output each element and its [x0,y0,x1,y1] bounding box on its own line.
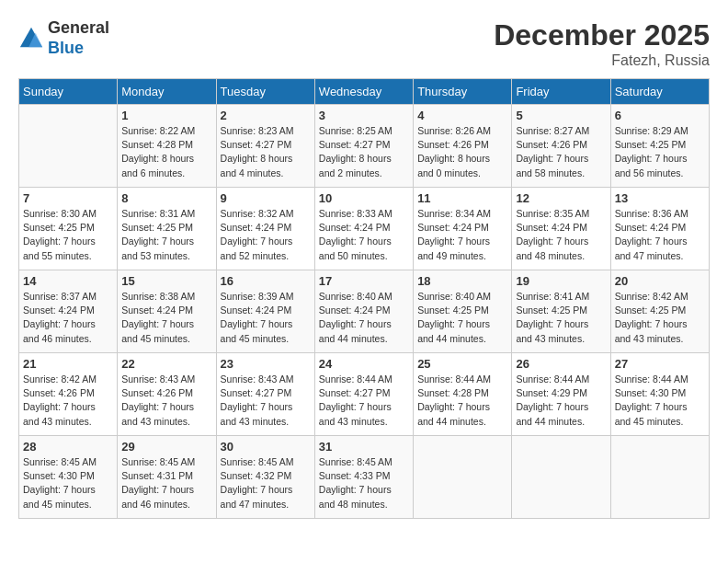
title-block: December 2025 Fatezh, Russia [494,18,710,69]
day-info: Sunrise: 8:45 AMSunset: 4:31 PMDaylight:… [121,455,211,511]
day-number: 8 [121,191,211,205]
calendar-table: SundayMondayTuesdayWednesdayThursdayFrid… [18,78,710,519]
day-info: Sunrise: 8:44 AMSunset: 4:28 PMDaylight:… [417,373,507,429]
header-day-wednesday: Wednesday [314,79,413,105]
day-info: Sunrise: 8:45 AMSunset: 4:32 PMDaylight:… [221,455,311,511]
day-number: 20 [615,274,705,288]
day-number: 11 [417,191,507,205]
day-info: Sunrise: 8:40 AMSunset: 4:25 PMDaylight:… [417,290,507,346]
calendar-cell: 31Sunrise: 8:45 AMSunset: 4:33 PMDayligh… [314,436,413,519]
calendar-cell: 29Sunrise: 8:45 AMSunset: 4:31 PMDayligh… [118,436,216,519]
calendar-cell: 17Sunrise: 8:40 AMSunset: 4:24 PMDayligh… [314,270,413,353]
day-number: 1 [121,109,211,122]
header-day-saturday: Saturday [610,79,709,105]
calendar-cell: 16Sunrise: 8:39 AMSunset: 4:24 PMDayligh… [216,270,314,353]
day-info: Sunrise: 8:31 AMSunset: 4:25 PMDaylight:… [121,207,211,263]
logo-icon [18,26,44,52]
day-info: Sunrise: 8:44 AMSunset: 4:29 PMDaylight:… [516,373,606,429]
logo-text: General Blue [48,18,109,58]
day-number: 2 [221,109,311,122]
day-info: Sunrise: 8:44 AMSunset: 4:27 PMDaylight:… [319,373,409,429]
calendar-week-2: 7Sunrise: 8:30 AMSunset: 4:25 PMDaylight… [19,188,710,270]
header-day-thursday: Thursday [414,79,512,105]
calendar-cell: 5Sunrise: 8:27 AMSunset: 4:26 PMDaylight… [512,105,610,188]
calendar-week-5: 28Sunrise: 8:45 AMSunset: 4:30 PMDayligh… [19,436,710,519]
calendar-cell: 20Sunrise: 8:42 AMSunset: 4:25 PMDayligh… [610,270,709,353]
day-info: Sunrise: 8:39 AMSunset: 4:24 PMDaylight:… [221,290,311,346]
day-number: 15 [121,274,211,288]
day-number: 3 [319,109,409,122]
day-number: 30 [221,440,311,454]
day-number: 4 [417,109,507,122]
day-number: 6 [615,109,705,122]
day-info: Sunrise: 8:22 AMSunset: 4:28 PMDaylight:… [121,124,211,180]
day-number: 16 [221,274,311,288]
day-number: 29 [121,440,211,454]
day-number: 18 [417,274,507,288]
day-info: Sunrise: 8:26 AMSunset: 4:26 PMDaylight:… [417,124,507,180]
day-info: Sunrise: 8:36 AMSunset: 4:24 PMDaylight:… [615,207,705,263]
calendar-cell: 14Sunrise: 8:37 AMSunset: 4:24 PMDayligh… [19,270,118,353]
month-title: December 2025 [494,18,710,52]
day-number: 12 [516,191,606,205]
day-info: Sunrise: 8:41 AMSunset: 4:25 PMDaylight:… [516,290,606,346]
calendar-header-row: SundayMondayTuesdayWednesdayThursdayFrid… [19,79,710,105]
day-info: Sunrise: 8:37 AMSunset: 4:24 PMDaylight:… [23,290,113,346]
calendar-cell: 24Sunrise: 8:44 AMSunset: 4:27 PMDayligh… [314,353,413,436]
day-number: 19 [516,274,606,288]
calendar-cell: 27Sunrise: 8:44 AMSunset: 4:30 PMDayligh… [610,353,709,436]
calendar-cell: 1Sunrise: 8:22 AMSunset: 4:28 PMDaylight… [118,105,216,188]
day-number: 9 [221,191,311,205]
calendar-cell [414,436,512,519]
header-day-friday: Friday [512,79,610,105]
calendar-cell: 4Sunrise: 8:26 AMSunset: 4:26 PMDaylight… [414,105,512,188]
day-number: 7 [23,191,113,205]
location-title: Fatezh, Russia [494,52,710,69]
logo: General Blue [18,18,109,58]
calendar-cell: 9Sunrise: 8:32 AMSunset: 4:24 PMDaylight… [216,188,314,270]
day-info: Sunrise: 8:35 AMSunset: 4:24 PMDaylight:… [516,207,606,263]
day-info: Sunrise: 8:45 AMSunset: 4:33 PMDaylight:… [319,455,409,511]
day-number: 25 [417,357,507,371]
calendar-cell: 13Sunrise: 8:36 AMSunset: 4:24 PMDayligh… [610,188,709,270]
day-number: 13 [615,191,705,205]
day-info: Sunrise: 8:43 AMSunset: 4:26 PMDaylight:… [121,373,211,429]
day-info: Sunrise: 8:34 AMSunset: 4:24 PMDaylight:… [417,207,507,263]
calendar-cell [19,105,118,188]
day-number: 17 [319,274,409,288]
day-number: 5 [516,109,606,122]
calendar-cell: 26Sunrise: 8:44 AMSunset: 4:29 PMDayligh… [512,353,610,436]
day-info: Sunrise: 8:43 AMSunset: 4:27 PMDaylight:… [221,373,311,429]
calendar-cell: 18Sunrise: 8:40 AMSunset: 4:25 PMDayligh… [414,270,512,353]
day-number: 22 [121,357,211,371]
calendar-cell [610,436,709,519]
day-number: 31 [319,440,409,454]
day-number: 24 [319,357,409,371]
day-info: Sunrise: 8:38 AMSunset: 4:24 PMDaylight:… [121,290,211,346]
calendar-cell: 30Sunrise: 8:45 AMSunset: 4:32 PMDayligh… [216,436,314,519]
calendar-cell: 3Sunrise: 8:25 AMSunset: 4:27 PMDaylight… [314,105,413,188]
day-info: Sunrise: 8:25 AMSunset: 4:27 PMDaylight:… [319,124,409,180]
day-info: Sunrise: 8:32 AMSunset: 4:24 PMDaylight:… [221,207,311,263]
header-day-sunday: Sunday [19,79,118,105]
logo-general: General [48,18,109,37]
calendar-week-3: 14Sunrise: 8:37 AMSunset: 4:24 PMDayligh… [19,270,710,353]
calendar-cell: 8Sunrise: 8:31 AMSunset: 4:25 PMDaylight… [118,188,216,270]
day-info: Sunrise: 8:33 AMSunset: 4:24 PMDaylight:… [319,207,409,263]
calendar-cell: 7Sunrise: 8:30 AMSunset: 4:25 PMDaylight… [19,188,118,270]
day-info: Sunrise: 8:29 AMSunset: 4:25 PMDaylight:… [615,124,705,180]
calendar-cell: 2Sunrise: 8:23 AMSunset: 4:27 PMDaylight… [216,105,314,188]
day-info: Sunrise: 8:40 AMSunset: 4:24 PMDaylight:… [319,290,409,346]
calendar-cell: 12Sunrise: 8:35 AMSunset: 4:24 PMDayligh… [512,188,610,270]
page-header: General Blue December 2025 Fatezh, Russi… [18,18,710,69]
calendar-cell: 19Sunrise: 8:41 AMSunset: 4:25 PMDayligh… [512,270,610,353]
day-info: Sunrise: 8:30 AMSunset: 4:25 PMDaylight:… [23,207,113,263]
header-day-monday: Monday [118,79,216,105]
calendar-cell: 22Sunrise: 8:43 AMSunset: 4:26 PMDayligh… [118,353,216,436]
day-number: 21 [23,357,113,371]
day-number: 10 [319,191,409,205]
calendar-cell: 28Sunrise: 8:45 AMSunset: 4:30 PMDayligh… [19,436,118,519]
day-info: Sunrise: 8:45 AMSunset: 4:30 PMDaylight:… [23,455,113,511]
logo-blue: Blue [48,39,84,57]
day-info: Sunrise: 8:44 AMSunset: 4:30 PMDaylight:… [615,373,705,429]
